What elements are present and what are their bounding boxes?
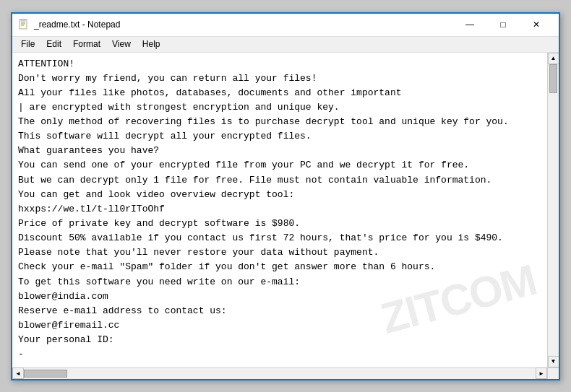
minimize-button[interactable]: — [453, 14, 486, 35]
scroll-right-button[interactable]: ► [536, 367, 547, 379]
scroll-h-track[interactable] [24, 368, 536, 379]
close-button[interactable]: ✕ [520, 14, 553, 35]
title-bar: _readme.txt - Notepad — □ ✕ [12, 14, 559, 37]
scroll-down-button[interactable]: ▼ [548, 356, 559, 367]
title-bar-controls: — □ ✕ [453, 14, 553, 35]
menu-edit[interactable]: Edit [40, 38, 67, 51]
scroll-h-thumb[interactable] [24, 370, 67, 378]
scrollbar-corner [547, 367, 559, 379]
notepad-window: _readme.txt - Notepad — □ ✕ File Edit Fo… [11, 12, 560, 380]
menu-format[interactable]: Format [67, 38, 106, 51]
menu-file[interactable]: File [15, 38, 40, 51]
title-bar-left: _readme.txt - Notepad [18, 19, 120, 30]
scroll-left-button[interactable]: ◄ [12, 367, 24, 379]
main-content: ATTENTION! Don't worry my friend, you ca… [12, 53, 559, 379]
window-title: _readme.txt - Notepad [34, 19, 120, 30]
vertical-scrollbar: ▲ ▼ [547, 53, 559, 367]
text-editor[interactable]: ATTENTION! Don't worry my friend, you ca… [12, 53, 547, 367]
svg-rect-1 [21, 19, 25, 21]
scroll-up-button[interactable]: ▲ [548, 53, 559, 64]
menu-view[interactable]: View [106, 38, 137, 51]
notepad-icon [18, 19, 30, 30]
scroll-v-thumb[interactable] [549, 64, 557, 93]
scroll-v-track[interactable] [548, 64, 559, 356]
horizontal-scrollbar: ◄ ► [12, 367, 547, 379]
maximize-button[interactable]: □ [486, 14, 520, 35]
menu-bar: File Edit Format View Help [12, 37, 559, 53]
bottom-bar: ◄ ► [12, 367, 559, 379]
menu-help[interactable]: Help [137, 38, 166, 51]
